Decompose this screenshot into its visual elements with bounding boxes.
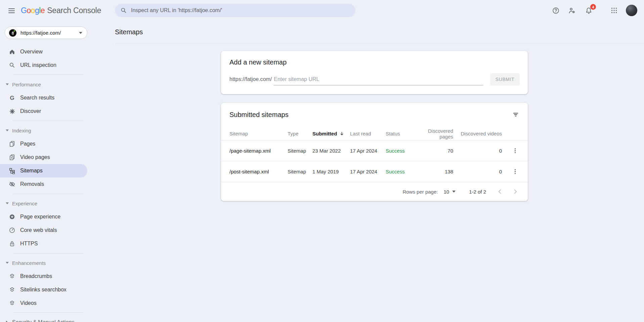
table-row[interactable]: /page-sitemap.xml Sitemap 23 Mar 2022 17… xyxy=(221,140,528,161)
submit-sitemap-button[interactable]: SUBMIT xyxy=(490,73,520,86)
chevron-down-icon xyxy=(5,262,9,264)
rows-per-page-label: Rows per page: xyxy=(402,189,438,195)
table-header-row: Sitemap Type Submitted Last read Status … xyxy=(221,127,528,140)
sidebar-section-indexing[interactable]: Indexing xyxy=(0,124,87,137)
sidebar-item-label: Discover xyxy=(20,108,41,114)
help-icon xyxy=(552,7,560,14)
cell-sitemap: /post-sitemap.xml xyxy=(229,169,288,174)
rows-per-page-value[interactable]: 10 xyxy=(443,189,449,195)
sitemaps-table: Sitemap Type Submitted Last read Status … xyxy=(221,127,528,201)
sidebar-item-label: Search results xyxy=(20,95,54,101)
divider xyxy=(13,75,83,75)
favicon-green-dot xyxy=(14,30,15,32)
divider xyxy=(13,313,83,313)
sidebar-item-label: Pages xyxy=(20,141,35,147)
sitemap-url-prefix: https://fatjoe.com/ xyxy=(229,76,272,82)
sidebar-item-page-experience[interactable]: Page experience xyxy=(0,210,87,224)
sitemaps-tree-icon xyxy=(9,167,15,174)
notification-badge: 4 xyxy=(590,4,596,10)
column-header-submitted[interactable]: Submitted xyxy=(312,131,350,136)
google-g-icon: G xyxy=(9,94,15,101)
divider xyxy=(13,194,83,194)
home-icon xyxy=(9,48,15,55)
sidebar-item-sitemaps[interactable]: Sitemaps xyxy=(0,164,87,177)
previous-page-button[interactable] xyxy=(495,187,505,197)
sidebar-section-enhancements[interactable]: Enhancements xyxy=(0,256,87,270)
chevron-right-icon xyxy=(512,188,519,195)
column-header-status: Status xyxy=(386,131,420,136)
page-title: Sitemaps xyxy=(115,28,143,36)
url-inspection-search-bar[interactable] xyxy=(115,4,355,17)
divider xyxy=(115,43,644,43)
property-url: https://fatjoe.com/ xyxy=(20,30,76,36)
avatar[interactable] xyxy=(626,5,637,16)
search-icon xyxy=(120,7,127,14)
sidebar-item-sitelinks-searchbox[interactable]: Sitelinks searchbox xyxy=(0,283,87,296)
kebab-icon xyxy=(512,147,519,154)
sidebar-item-label: Video pages xyxy=(20,154,50,160)
status-badge: Success xyxy=(386,169,420,174)
column-header-sitemap: Sitemap xyxy=(229,131,288,136)
search-icon xyxy=(9,62,15,69)
sidebar-item-videos[interactable]: Videos xyxy=(0,296,87,310)
filter-button[interactable] xyxy=(511,110,520,119)
manage-users-button[interactable] xyxy=(566,5,577,16)
sitemap-url-input[interactable] xyxy=(274,73,483,85)
sidebar-item-url-inspection[interactable]: URL inspection xyxy=(0,58,87,72)
filter-icon xyxy=(512,111,519,118)
layers-icon xyxy=(9,273,15,280)
sidebar-item-label: Removals xyxy=(20,181,44,187)
top-bar-actions: 4 xyxy=(550,0,637,21)
pagination-bar: Rows per page: 10 1-2 of 2 xyxy=(221,182,528,201)
sidebar-section-experience[interactable]: Experience xyxy=(0,197,87,210)
chevron-down-icon xyxy=(5,129,9,131)
sidebar-item-overview[interactable]: Overview xyxy=(0,45,87,58)
column-header-type: Type xyxy=(288,131,312,136)
main-menu-button[interactable] xyxy=(5,4,18,17)
sidebar-item-https[interactable]: HTTPS xyxy=(0,237,87,250)
search-input[interactable] xyxy=(131,7,350,13)
sidebar-item-label: Sitelinks searchbox xyxy=(20,287,67,293)
row-menu-button[interactable] xyxy=(511,167,519,176)
sidebar-item-label: Videos xyxy=(20,300,37,306)
sidebar-section-performance[interactable]: Performance xyxy=(0,78,87,91)
table-row[interactable]: /post-sitemap.xml Sitemap 1 May 2019 17 … xyxy=(221,161,528,182)
layers-icon xyxy=(9,300,15,307)
help-button[interactable] xyxy=(550,5,561,16)
cell-discovered-videos: 0 xyxy=(453,148,502,154)
sidebar-item-breadcrumbs[interactable]: Breadcrumbs xyxy=(0,270,87,283)
row-menu-button[interactable] xyxy=(511,147,519,155)
user-settings-icon xyxy=(568,7,576,14)
cell-submitted: 23 Mar 2022 xyxy=(312,148,350,154)
chevron-down-icon xyxy=(5,83,9,85)
chevron-down-icon xyxy=(452,191,456,193)
sidebar-item-label: Breadcrumbs xyxy=(20,273,52,279)
sidebar-item-core-web-vitals[interactable]: Core web vitals xyxy=(0,224,87,237)
sidebar-item-video-pages[interactable]: Video pages xyxy=(0,151,87,164)
next-page-button[interactable] xyxy=(510,187,520,197)
sidebar-item-label: HTTPS xyxy=(20,241,38,247)
sidebar-item-discover[interactable]: Discover xyxy=(0,105,87,118)
rows-per-page-dropdown[interactable] xyxy=(452,191,456,193)
eye-off-icon xyxy=(9,181,15,188)
add-sitemap-title: Add a new sitemap xyxy=(229,58,520,66)
sidebar-item-search-results[interactable]: G Search results xyxy=(0,91,87,105)
divider xyxy=(13,121,83,121)
submitted-sitemaps-card: Submitted sitemaps Sitemap Type Submitte… xyxy=(221,103,528,201)
top-bar: Google Search Console xyxy=(0,0,644,21)
property-selector[interactable]: fj https://fatjoe.com/ xyxy=(5,27,87,39)
sidebar-item-label: URL inspection xyxy=(20,62,56,68)
chevron-right-icon xyxy=(5,321,9,322)
product-name: Search Console xyxy=(47,6,101,15)
apps-grid-button[interactable] xyxy=(608,5,620,16)
sidebar-section-security-manual-actions[interactable]: Security & Manual Actions xyxy=(0,316,87,322)
cell-submitted: 1 May 2019 xyxy=(312,169,350,174)
notifications-button[interactable]: 4 xyxy=(583,5,594,16)
sidebar-item-pages[interactable]: Pages xyxy=(0,137,87,151)
chevron-down-icon xyxy=(5,202,9,204)
cell-discovered-pages: 70 xyxy=(420,148,453,154)
sidebar-item-removals[interactable]: Removals xyxy=(0,177,87,191)
google-search-console-app: Google Search Console xyxy=(0,0,644,322)
pagination-range: 1-2 of 2 xyxy=(469,189,486,195)
submitted-sitemaps-title: Submitted sitemaps xyxy=(229,111,289,119)
